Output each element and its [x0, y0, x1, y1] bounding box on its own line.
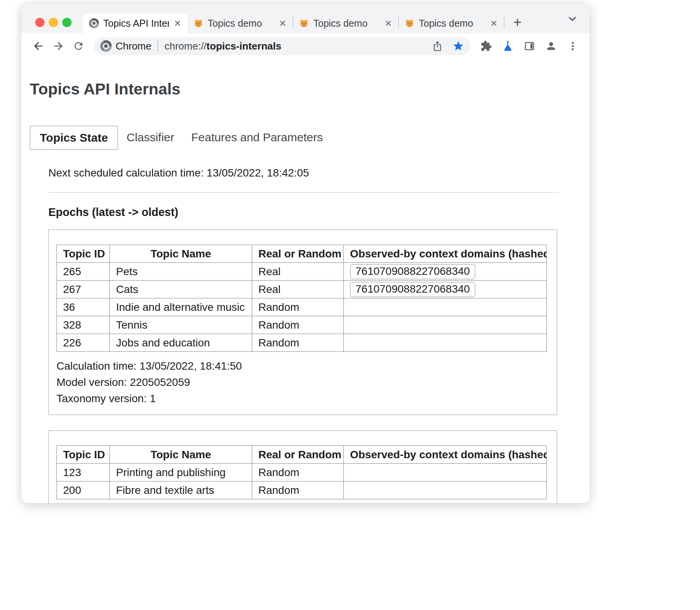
observed-domains-cell: 7610709088227068340 [344, 281, 547, 298]
col-topic-name: Topic Name [110, 446, 252, 464]
browser-window: Topics API Internals × Topics demo × Top… [21, 3, 590, 503]
window-controls [35, 18, 72, 27]
real-or-random-cell: Real [252, 263, 344, 281]
calculation-time: Calculation time: 13/05/2022, 18:41:50 [56, 358, 549, 374]
back-button[interactable] [29, 37, 48, 55]
topic-name-cell: Jobs and education [110, 334, 252, 352]
topic-id-cell: 267 [57, 281, 110, 298]
browser-tab-topics-demo-1[interactable]: Topics demo × [188, 13, 293, 33]
page-title: Topics API Internals [30, 80, 590, 99]
tab-classifier[interactable]: Classifier [118, 126, 183, 150]
real-or-random-cell: Real [252, 281, 344, 298]
col-topic-name: Topic Name [110, 245, 252, 263]
bookmark-star-icon[interactable] [450, 38, 467, 55]
topic-id-cell: 226 [57, 334, 110, 352]
tab-title: Topics demo [419, 18, 485, 29]
toolbar-actions [477, 37, 582, 55]
tab-title: Topics API Internals [103, 18, 169, 29]
taxonomy-version: Taxonomy version: 1 [56, 391, 549, 407]
table-row: 200 Fibre and textile arts Random [57, 481, 547, 499]
epoch-box-older: Topic ID Topic Name Real or Random Obser… [48, 430, 557, 503]
tab-topics-state[interactable]: Topics State [30, 126, 118, 150]
epoch-table: Topic ID Topic Name Real or Random Obser… [56, 446, 547, 499]
divider [48, 192, 559, 193]
page-content: Topics API Internals Topics State Classi… [21, 59, 590, 503]
model-version: Model version: 2205052059 [56, 374, 549, 391]
chrome-logo-icon [100, 40, 112, 52]
browser-tab-topics-internals[interactable]: Topics API Internals × [83, 13, 188, 33]
zoom-window-button[interactable] [62, 18, 72, 27]
real-or-random-cell: Random [252, 298, 344, 316]
table-row: 226 Jobs and education Random [57, 334, 547, 352]
cat-favicon-icon [193, 18, 204, 29]
tab-separator [504, 17, 504, 29]
tab-search-chevron-icon[interactable] [567, 13, 578, 25]
browser-tabs: Topics API Internals × Topics demo × Top… [83, 3, 526, 33]
epoch-box-latest: Topic ID Topic Name Real or Random Obser… [48, 230, 557, 415]
topic-name-cell: Printing and publishing [110, 464, 252, 481]
minimize-window-button[interactable] [49, 18, 58, 27]
topic-id-cell: 200 [57, 481, 110, 499]
table-header-row: Topic ID Topic Name Real or Random Obser… [57, 446, 547, 464]
observed-domains-cell [344, 298, 547, 316]
tab-close-icon[interactable]: × [383, 17, 394, 29]
col-topic-id: Topic ID [57, 446, 110, 464]
topic-name-cell: Cats [110, 281, 252, 298]
observed-domains-cell: 7610709088227068340 [344, 263, 547, 281]
address-bar[interactable]: Chrome chrome://topics-internals [94, 37, 471, 55]
table-row: 267 Cats Real 7610709088227068340 [57, 281, 547, 298]
col-observed-domains: Observed-by context domains (hashed) [344, 446, 547, 464]
observed-domains-cell [344, 334, 547, 352]
tab-close-icon[interactable]: × [277, 17, 288, 29]
browser-toolbar: Chrome chrome://topics-internals [21, 33, 590, 59]
browser-tab-topics-demo-3[interactable]: Topics demo × [399, 13, 504, 33]
table-row: 328 Tennis Random [57, 316, 547, 334]
domain-hash-chip: 7610709088227068340 [350, 282, 475, 297]
topics-state-panel: Next scheduled calculation time: 13/05/2… [48, 167, 559, 503]
col-real-or-random: Real or Random [252, 245, 344, 263]
topic-name-cell: Indie and alternative music [110, 298, 252, 316]
epoch-table: Topic ID Topic Name Real or Random Obser… [56, 245, 547, 352]
page-tab-bar: Topics State Classifier Features and Par… [30, 126, 590, 150]
real-or-random-cell: Random [252, 334, 344, 352]
table-row: 123 Printing and publishing Random [57, 464, 547, 481]
col-topic-id: Topic ID [57, 245, 110, 263]
observed-domains-cell [344, 316, 547, 334]
browser-tab-topics-demo-2[interactable]: Topics demo × [293, 13, 398, 33]
cat-favicon-icon [404, 18, 415, 29]
col-real-or-random: Real or Random [252, 446, 344, 464]
tab-close-icon[interactable]: × [172, 17, 183, 29]
topic-id-cell: 36 [57, 298, 110, 316]
close-window-button[interactable] [35, 18, 44, 27]
topic-id-cell: 265 [57, 263, 110, 281]
observed-domains-cell [344, 464, 547, 481]
share-icon[interactable] [429, 38, 446, 55]
topic-name-cell: Fibre and textile arts [110, 481, 252, 499]
experiments-flask-icon[interactable] [499, 37, 517, 55]
tab-strip: Topics API Internals × Topics demo × Top… [21, 3, 590, 33]
table-row: 265 Pets Real 7610709088227068340 [57, 263, 547, 281]
topic-id-cell: 123 [57, 464, 110, 481]
tab-title: Topics demo [208, 18, 274, 29]
extensions-puzzle-icon[interactable] [477, 37, 495, 55]
col-observed-domains: Observed-by context domains (hashed) [344, 245, 547, 263]
observed-domains-cell [344, 481, 547, 499]
real-or-random-cell: Random [252, 316, 344, 334]
tab-features-and-parameters[interactable]: Features and Parameters [183, 126, 331, 150]
next-calculation-time: Next scheduled calculation time: 13/05/2… [48, 167, 559, 179]
profile-avatar-icon[interactable] [542, 37, 560, 55]
chrome-favicon-icon [89, 18, 99, 29]
table-header-row: Topic ID Topic Name Real or Random Obser… [57, 245, 547, 263]
menu-kebab-icon[interactable] [563, 37, 582, 55]
real-or-random-cell: Random [252, 464, 344, 481]
topic-name-cell: Pets [110, 263, 252, 281]
real-or-random-cell: Random [252, 481, 344, 499]
forward-button[interactable] [49, 37, 68, 55]
side-panel-icon[interactable] [520, 37, 539, 55]
tab-close-icon[interactable]: × [488, 17, 499, 29]
reload-button[interactable] [69, 37, 88, 55]
omnibox-brand: Chrome [116, 40, 151, 52]
topic-id-cell: 328 [57, 316, 110, 334]
omnibox-url[interactable]: chrome://topics-internals [164, 40, 281, 52]
new-tab-button[interactable]: + [509, 14, 526, 31]
